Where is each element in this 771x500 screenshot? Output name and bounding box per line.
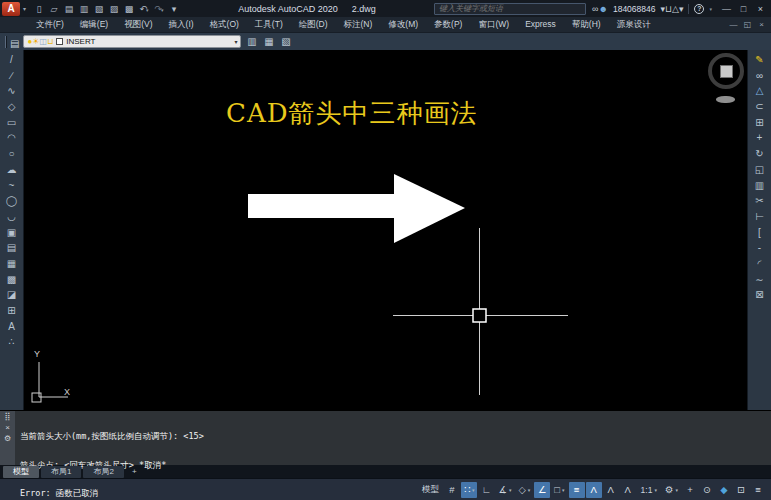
- autodesk-app-icon[interactable]: △: [672, 4, 679, 14]
- menu-yuanquan-design[interactable]: 源泉设计: [609, 19, 659, 29]
- close-button[interactable]: ×: [752, 4, 769, 14]
- print-icon[interactable]: ▩: [123, 4, 135, 14]
- annotation-scale-value-caret[interactable]: ▾: [654, 487, 657, 493]
- navigation-wheel-center[interactable]: [720, 65, 733, 78]
- hatch-tool-icon[interactable]: ▦: [3, 257, 21, 272]
- workspace-gear-icon[interactable]: ⚙▾: [662, 482, 681, 498]
- open-file-icon[interactable]: ▱: [48, 4, 60, 14]
- polar-tracking-toggle-caret[interactable]: ▾: [509, 487, 512, 493]
- copy-tool-icon[interactable]: ▥: [751, 179, 769, 194]
- command-wrench-icon[interactable]: ⚙: [4, 434, 11, 443]
- arc-tool-icon[interactable]: ◠: [3, 131, 21, 146]
- menu-parametric[interactable]: 参数(P): [426, 19, 470, 29]
- isodraft-toggle-caret[interactable]: ▾: [528, 487, 531, 493]
- break-tool-icon[interactable]: [: [751, 226, 769, 241]
- menu-modify[interactable]: 修改(M): [380, 19, 426, 29]
- tab-layout1[interactable]: 布局1: [41, 466, 81, 478]
- minimize-button[interactable]: —: [718, 4, 735, 14]
- layer-unlock-icon[interactable]: ⊔: [47, 37, 53, 46]
- menu-window[interactable]: 窗口(W): [470, 19, 517, 29]
- menu-file[interactable]: 文件(F): [28, 19, 72, 29]
- model-space-toggle[interactable]: 模型: [418, 482, 443, 498]
- logo-caret-icon[interactable]: ▾: [23, 5, 26, 12]
- move-tool-icon[interactable]: +: [751, 131, 769, 146]
- make-block-tool-icon[interactable]: ▤: [3, 241, 21, 256]
- polyline-tool-icon[interactable]: ∿: [3, 84, 21, 99]
- clean-screen-toggle[interactable]: ⊡: [733, 482, 749, 498]
- fillet-tool-icon[interactable]: ◜: [751, 257, 769, 272]
- line-tool-icon[interactable]: /: [3, 53, 21, 68]
- isodraft-toggle[interactable]: ◇▾: [516, 482, 534, 498]
- explode-tool-icon[interactable]: ⊠: [751, 288, 769, 303]
- help-caret-icon[interactable]: ▾: [709, 6, 712, 12]
- layer-states-icon[interactable]: ▥: [245, 36, 258, 47]
- point-tool-icon[interactable]: ∴: [3, 335, 21, 350]
- annotation-monitor-toggle[interactable]: +: [682, 482, 698, 498]
- polygon-tool-icon[interactable]: ◇: [3, 100, 21, 115]
- snap-mode-toggle[interactable]: ∷▾: [461, 482, 478, 498]
- tab-model[interactable]: 模型: [3, 466, 39, 478]
- match-properties-icon[interactable]: ∞: [751, 69, 769, 84]
- annotation-autoscale-toggle[interactable]: Λ: [603, 482, 619, 498]
- annotation-visibility-toggle[interactable]: Λ: [586, 482, 602, 498]
- undo-icon-caret[interactable]: ▾: [146, 7, 149, 13]
- text-tool-icon[interactable]: A: [3, 320, 21, 335]
- navigation-wheel[interactable]: [708, 53, 744, 89]
- osnap-tracking-toggle[interactable]: ∠: [534, 482, 550, 498]
- mirror-tool-icon[interactable]: △: [751, 84, 769, 99]
- layer-color-swatch[interactable]: [56, 38, 63, 45]
- construction-line-tool-icon[interactable]: ∕: [3, 69, 21, 84]
- undo-icon[interactable]: ↶▾: [138, 4, 150, 14]
- rotate-tool-icon[interactable]: ↻: [751, 147, 769, 162]
- menu-help[interactable]: 帮助(H): [564, 19, 609, 29]
- layer-translate-icon[interactable]: ▧: [279, 36, 292, 47]
- menu-format[interactable]: 格式(O): [202, 19, 247, 29]
- customize-menu-icon[interactable]: ≡: [750, 482, 766, 498]
- redo-icon[interactable]: ↷▾: [153, 4, 165, 14]
- array-tool-icon[interactable]: ⊞: [751, 116, 769, 131]
- offset-tool-icon[interactable]: ⊂: [751, 100, 769, 115]
- layer-select-dropdown[interactable]: ●☀◫⊔ INSERT ▾: [23, 35, 241, 48]
- layer-previous-icon[interactable]: ▦: [262, 36, 275, 47]
- lineweight-toggle[interactable]: ≡: [569, 482, 585, 498]
- doc-close-button[interactable]: ×: [755, 20, 768, 29]
- insert-block-tool-icon[interactable]: ▣: [3, 226, 21, 241]
- command-close-icon[interactable]: ×: [5, 423, 10, 432]
- drawing-canvas[interactable]: CAD箭头中三种画法 Y X: [24, 50, 747, 410]
- object-snap-toggle[interactable]: □▾: [551, 482, 567, 498]
- grid-display-toggle[interactable]: #: [444, 482, 460, 498]
- tab-add[interactable]: +: [126, 466, 143, 478]
- tab-layout2[interactable]: 布局2: [83, 466, 123, 478]
- rectangle-tool-icon[interactable]: ▭: [3, 116, 21, 131]
- menu-draw[interactable]: 绘图(D): [291, 19, 336, 29]
- layer-properties-icon[interactable]: ▤: [10, 38, 19, 49]
- annotation-scale-value[interactable]: 1:1▾: [637, 482, 661, 498]
- scale-tool-icon[interactable]: ◱: [751, 163, 769, 178]
- object-snap-toggle-caret[interactable]: ▾: [562, 487, 565, 493]
- save-icon[interactable]: ▤: [63, 4, 75, 14]
- layer-viewport-freeze-icon[interactable]: ◫: [39, 37, 47, 46]
- erase-tool-icon[interactable]: ✎: [751, 53, 769, 68]
- redo-icon-caret[interactable]: ▾: [161, 7, 164, 13]
- region-tool-icon[interactable]: ◪: [3, 288, 21, 303]
- ellipse-tool-icon[interactable]: ◯: [3, 194, 21, 209]
- command-grip-handle[interactable]: ⣿: [5, 412, 11, 421]
- circle-tool-icon[interactable]: ○: [3, 147, 21, 162]
- layer-dropdown-caret[interactable]: ▾: [234, 38, 237, 45]
- menu-dimension[interactable]: 标注(N): [336, 19, 381, 29]
- ellipse-arc-tool-icon[interactable]: ◡: [3, 210, 21, 225]
- gradient-tool-icon[interactable]: ▩: [3, 273, 21, 288]
- revision-cloud-tool-icon[interactable]: ☁: [3, 163, 21, 178]
- menu-edit[interactable]: 编辑(E): [72, 19, 116, 29]
- table-tool-icon[interactable]: ⊞: [3, 304, 21, 319]
- publish-icon[interactable]: ▨: [108, 4, 120, 14]
- extend-tool-icon[interactable]: ⊢: [751, 210, 769, 225]
- polyline-edit-tool-icon[interactable]: ∼: [751, 273, 769, 288]
- polar-tracking-toggle[interactable]: ∡▾: [495, 482, 514, 498]
- username-label[interactable]: 184068846: [613, 4, 656, 14]
- help-icon[interactable]: ?: [694, 4, 704, 14]
- doc-restore-button[interactable]: ◱: [741, 20, 754, 29]
- qat-customize-icon[interactable]: ▾: [168, 4, 180, 14]
- isolate-objects-toggle[interactable]: ⊙: [699, 482, 715, 498]
- menu-express[interactable]: Express: [517, 19, 564, 29]
